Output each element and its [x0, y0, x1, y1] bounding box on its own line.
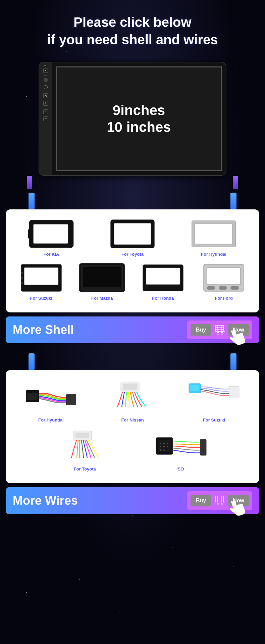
- shell-buy-bar-label: More Shell: [13, 323, 74, 337]
- device: MIC RST +: [39, 62, 226, 179]
- shell-buy-button[interactable]: Buy: [191, 324, 211, 336]
- toyota-wire-svg: [58, 429, 112, 463]
- kia-frame-svg: [28, 217, 75, 251]
- wire-label-toyota: For Toyota: [74, 466, 96, 472]
- svg-point-31: [217, 332, 219, 334]
- svg-text:+: +: [45, 111, 46, 113]
- shell-label-ford: For Ford: [215, 296, 233, 301]
- pins-above-shell: [0, 193, 265, 209]
- svg-point-49: [167, 443, 168, 444]
- left-pin-blue-wire: [29, 353, 35, 370]
- shell-label-honda: For Honda: [152, 296, 174, 301]
- nissan-wire-svg: [106, 380, 159, 414]
- svg-rect-23: [207, 286, 215, 290]
- svg-point-13: [21, 272, 23, 274]
- wire-buy-button[interactable]: Buy: [191, 495, 211, 506]
- svg-rect-25: [230, 286, 239, 290]
- right-pin-blue: [230, 193, 236, 209]
- wire-card: For Hyundai: [6, 370, 259, 483]
- mic-button[interactable]: [43, 68, 48, 73]
- svg-rect-56: [216, 496, 224, 502]
- shell-item-toyota: For Toyota: [94, 218, 171, 257]
- hyundai-wire-svg: [24, 380, 78, 414]
- left-pin-blue: [29, 193, 35, 209]
- svg-point-15: [21, 282, 23, 284]
- svg-rect-44: [75, 433, 89, 438]
- svg-point-48: [163, 443, 165, 444]
- svg-marker-1: [45, 95, 47, 97]
- suzuki-wire-svg: [187, 380, 241, 414]
- svg-rect-37: [66, 394, 76, 405]
- home-button[interactable]: [43, 93, 48, 98]
- wire-item-hyundai: For Hyundai: [13, 379, 89, 423]
- shell-item-suzuki: For Suzuki: [13, 262, 70, 301]
- page-wrapper: Please click below if you need shell and…: [0, 0, 265, 528]
- svg-rect-12: [24, 267, 58, 285]
- wire-cart-icon: [211, 493, 228, 508]
- wire-img-hyundai: [24, 379, 78, 415]
- cart-icon: [211, 323, 228, 337]
- svg-rect-6: [28, 229, 31, 238]
- svg-point-53: [160, 449, 161, 451]
- shell-grid-row2: For Suzuki For Mazda: [13, 262, 252, 301]
- wire-buy-btn-group[interactable]: Buy Now: [187, 491, 252, 510]
- right-pin-blue-wire: [230, 353, 236, 370]
- svg-rect-39: [123, 384, 137, 390]
- svg-rect-41: [191, 385, 199, 391]
- svg-rect-24: [219, 286, 227, 290]
- wire-item-nissan: For Nissan: [94, 379, 171, 423]
- shell-card: For KIA For Toyota: [6, 209, 259, 312]
- rst-button[interactable]: [44, 78, 48, 82]
- shell-label-kia: For KIA: [44, 252, 59, 257]
- vol-down-button[interactable]: [43, 116, 48, 121]
- rst-label: RST: [44, 75, 47, 77]
- toyota-frame-svg: [109, 217, 156, 251]
- device-screen: 9inches 10 inches: [56, 66, 222, 171]
- vol-up-button[interactable]: +: [43, 109, 48, 114]
- svg-point-61: [217, 503, 219, 505]
- svg-point-14: [21, 277, 23, 279]
- svg-rect-8: [114, 223, 151, 245]
- shell-buy-btn-group[interactable]: Buy Now: [187, 320, 252, 339]
- power-button[interactable]: [44, 85, 48, 89]
- device-section: MIC RST +: [0, 58, 265, 179]
- svg-point-54: [163, 449, 165, 451]
- svg-rect-22: [207, 268, 241, 285]
- wire-img-suzuki: [187, 379, 241, 415]
- iso-wire-svg: [153, 429, 207, 463]
- svg-rect-42: [229, 386, 239, 398]
- shell-img-kia: [28, 218, 75, 250]
- back-button[interactable]: [43, 101, 48, 106]
- svg-rect-10: [195, 224, 232, 244]
- shell-label-mazda: For Mazda: [91, 296, 113, 301]
- shell-grid-row1: For KIA For Toyota: [13, 218, 252, 257]
- wire-img-iso: [153, 428, 207, 464]
- svg-point-50: [160, 446, 161, 447]
- shell-item-honda: For Honda: [135, 262, 192, 301]
- shell-buy-bar[interactable]: More Shell Buy Now: [6, 316, 259, 343]
- svg-rect-18: [83, 267, 121, 287]
- ford-frame-svg: [202, 263, 246, 293]
- svg-rect-55: [200, 439, 206, 455]
- shell-item-hyundai: For Hyundai: [175, 218, 252, 257]
- shell-img-hyundai: [190, 218, 237, 250]
- wire-label-nissan: For Nissan: [121, 417, 144, 423]
- svg-point-51: [163, 446, 165, 447]
- shell-img-toyota: [109, 218, 156, 250]
- left-pin-top: [27, 176, 32, 189]
- shell-img-ford: [200, 262, 247, 294]
- wire-buy-bar[interactable]: More Wires Buy Now: [6, 487, 259, 514]
- screen-text: 9inches 10 inches: [107, 102, 171, 136]
- pins-above-wire: [0, 353, 265, 370]
- shell-item-mazda: For Mazda: [74, 262, 131, 301]
- mazda-frame-svg: [78, 262, 125, 294]
- wire-grid-row2: For Toyota: [13, 428, 252, 472]
- suzuki-frame-svg: [19, 263, 63, 293]
- header-section: Please click below if you need shell and…: [0, 0, 265, 58]
- shell-img-mazda: [78, 262, 125, 294]
- device-screen-wrap: 9inches 10 inches: [52, 62, 226, 175]
- shell-label-hyundai: For Hyundai: [201, 252, 226, 257]
- wire-label-iso: ISO: [176, 466, 184, 472]
- wire-img-toyota: [58, 428, 112, 464]
- device-outer: MIC RST +: [39, 62, 226, 176]
